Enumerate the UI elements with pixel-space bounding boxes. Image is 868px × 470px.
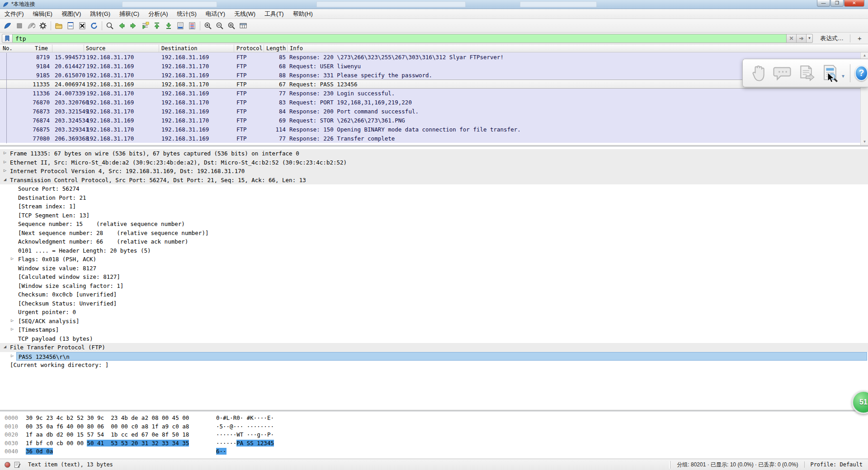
colorize-icon[interactable]	[186, 20, 198, 31]
detail-row[interactable]: ▷[Timestamps]	[0, 325, 868, 334]
hex-bytes[interactable]: 36 0d 0a	[26, 448, 53, 455]
detail-row[interactable]: Checksum: 0xc0cb [unverified]	[0, 290, 868, 299]
menu-item-2[interactable]: 视图(V)	[57, 9, 85, 19]
detail-row[interactable]: [Calculated window size: 8127]	[0, 273, 868, 282]
menu-item-3[interactable]: 跳转(G)	[85, 9, 115, 19]
hand-tool-icon[interactable]	[750, 63, 767, 83]
detail-row[interactable]: ◢Transmission Control Protocol, Src Port…	[0, 176, 868, 185]
menu-item-5[interactable]: 分析(A)	[144, 9, 172, 19]
filter-add-button[interactable]: +	[853, 34, 866, 42]
menu-item-4[interactable]: 捕获(C)	[115, 9, 144, 19]
hex-bytes-selected[interactable]: 36 0d 0a	[26, 448, 53, 455]
ascii-bytes[interactable]: 6··	[216, 448, 226, 455]
column-separator[interactable]	[287, 45, 288, 52]
hex-row[interactable]: 001000 35 0a f6 40 00 80 06 00 00 c0 a8 …	[0, 423, 868, 432]
column-separator[interactable]	[159, 45, 159, 52]
column-header-length[interactable]: Length	[266, 45, 286, 52]
column-separator[interactable]	[234, 45, 234, 52]
detail-row[interactable]: [Window size scaling factor: 1]	[0, 282, 868, 291]
ascii-bytes[interactable]: ······WT ···g··P·	[216, 431, 274, 438]
detail-row[interactable]: ▷Ethernet II, Src: Micro-St_4b:de:a2 (30…	[0, 158, 868, 167]
open-file-icon[interactable]	[53, 20, 65, 31]
detail-row[interactable]: Acknowledgment number: 66 (relative ack …	[0, 237, 868, 246]
detail-row[interactable]: [Next sequence number: 28 (relative sequ…	[0, 229, 868, 238]
zoom-in-icon[interactable]	[202, 20, 214, 31]
preview-dropdown-caret[interactable]: ▼	[841, 74, 845, 79]
export-page-icon[interactable]	[797, 63, 815, 83]
capture-comment-icon[interactable]	[14, 461, 21, 468]
go-back-icon[interactable]	[116, 20, 127, 31]
capture-stop-icon[interactable]	[14, 20, 25, 31]
menu-item-7[interactable]: 电话(Y)	[201, 9, 230, 19]
collapsed-arrow-icon[interactable]: ▷	[11, 256, 14, 261]
packet-row-selected[interactable]: 1133524.006974192.168.31.169192.168.31.1…	[0, 80, 868, 89]
menu-item-6[interactable]: 统计(S)	[172, 9, 201, 19]
detail-row[interactable]: ▷Internet Protocol Version 4, Src: 192.1…	[0, 167, 868, 176]
collapsed-arrow-icon[interactable]: ▷	[4, 159, 6, 164]
restore-button[interactable]: ❐	[830, 0, 844, 7]
column-header-source[interactable]: Source	[86, 45, 105, 52]
detail-row[interactable]: [TCP Segment Len: 13]	[0, 211, 868, 220]
comment-tool-icon[interactable]	[773, 63, 791, 83]
detail-row[interactable]: Urgent pointer: 0	[0, 308, 868, 317]
hex-bytes[interactable]: 1f aa db d2 00 15 57 54 1b cc ed 67 0e 8…	[26, 431, 189, 438]
filter-bookmark-button[interactable]	[2, 34, 13, 43]
go-forward-icon[interactable]	[127, 20, 139, 31]
hex-bytes[interactable]: 1f bf c0 cb 00 00 50 41 53 53 20 31 32 3…	[26, 440, 189, 446]
packet-row[interactable]: 76873203.321549192.168.31.170192.168.31.…	[0, 107, 868, 116]
menu-item-9[interactable]: 工具(T)	[260, 9, 288, 19]
column-header-protocol[interactable]: Protocol	[236, 45, 263, 52]
auto-scroll-icon[interactable]	[175, 20, 186, 31]
hex-row[interactable]: 00301f bf c0 cb 00 00 50 41 53 53 20 31 …	[0, 440, 868, 448]
resize-columns-icon[interactable]	[237, 20, 249, 31]
expert-info-icon[interactable]	[5, 462, 10, 468]
column-header-time[interactable]: Time	[35, 45, 48, 52]
detail-row[interactable]: [Current working directory: ]	[0, 361, 868, 370]
detail-row[interactable]: ▷PASS 123456\r\n	[0, 352, 868, 361]
packet-row[interactable]: 1133624.007339192.168.31.170192.168.31.1…	[0, 89, 868, 98]
detail-row[interactable]: ▷Frame 11335: 67 bytes on wire (536 bits…	[0, 149, 868, 158]
expression-button[interactable]: 表达式…	[816, 33, 847, 43]
detail-row[interactable]: Destination Port: 21	[0, 193, 868, 202]
close-file-icon[interactable]	[76, 20, 88, 31]
packet-row[interactable]: 77080206.369368192.168.31.170192.168.31.…	[0, 134, 868, 143]
status-profile[interactable]: Profile: Default	[804, 461, 868, 468]
column-header-no[interactable]: No.	[3, 45, 13, 52]
hex-bytes[interactable]: 30 9c 23 4c b2 52 30 9c 23 4b de a2 08 0…	[26, 414, 189, 421]
filter-apply-button[interactable]: ➜	[797, 34, 807, 43]
ascii-bytes-selected[interactable]: 6··	[216, 448, 226, 455]
detail-row[interactable]: TCP payload (13 bytes)	[0, 334, 868, 343]
ascii-bytes[interactable]: ·5··@··· ········	[216, 423, 274, 430]
collapsed-arrow-icon[interactable]: ▷	[11, 326, 14, 331]
packet-row[interactable]: 76875203.329341192.168.31.170192.168.31.…	[0, 125, 868, 134]
find-packet-icon[interactable]	[104, 20, 116, 31]
collapsed-arrow-icon[interactable]: ▷	[11, 318, 14, 323]
save-file-icon[interactable]: 010	[65, 20, 76, 31]
detail-row[interactable]: Source Port: 56274	[0, 184, 868, 193]
collapsed-arrow-icon[interactable]: ▷	[4, 150, 6, 155]
help-button[interactable]: ?	[855, 66, 868, 81]
detail-row[interactable]: ◢File Transfer Protocol (FTP)	[0, 343, 868, 352]
ascii-bytes-selected[interactable]: PA SS 12345	[236, 440, 274, 446]
capture-start-icon[interactable]	[2, 20, 14, 31]
go-first-icon[interactable]	[151, 20, 163, 31]
hex-row[interactable]: 004036 0d 0a6··	[0, 448, 868, 456]
detail-row[interactable]: [Stream index: 1]	[0, 202, 868, 211]
detail-row[interactable]: 0101 .... = Header Length: 20 bytes (5)	[0, 246, 868, 255]
packet-row[interactable]: 76870203.320760192.168.31.169192.168.31.…	[0, 98, 868, 107]
column-separator[interactable]	[52, 45, 52, 52]
ascii-bytes[interactable]: ······PA SS 12345	[216, 440, 274, 446]
scroll-down-arrow[interactable]: ▼	[861, 139, 868, 145]
filter-clear-button[interactable]: ✕	[787, 34, 797, 43]
collapsed-arrow-icon[interactable]: ▷	[11, 353, 14, 358]
zoom-100-icon[interactable]	[226, 20, 237, 31]
column-separator[interactable]	[84, 45, 84, 52]
minimize-button[interactable]: —	[817, 0, 830, 7]
zoom-out-icon[interactable]	[214, 20, 226, 31]
menu-item-0[interactable]: 文件(F)	[0, 9, 28, 19]
menu-item-10[interactable]: 帮助(H)	[288, 9, 317, 19]
hex-bytes[interactable]: 00 35 0a f6 40 00 80 06 00 00 c0 a8 1f a…	[26, 423, 189, 430]
detail-row[interactable]: ▷Flags: 0x018 (PSH, ACK)	[0, 255, 868, 264]
packet-row[interactable]: 76874203.324534192.168.31.169192.168.31.…	[0, 116, 868, 125]
close-button[interactable]: ✕	[844, 0, 864, 7]
